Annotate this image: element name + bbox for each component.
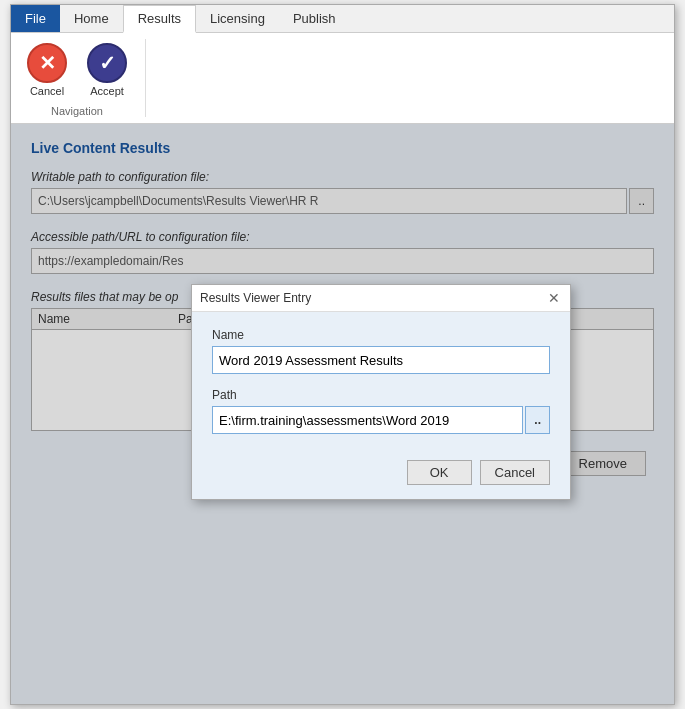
tab-file[interactable]: File bbox=[11, 5, 60, 32]
modal-dialog: Results Viewer Entry ✕ Name Path .. OK C… bbox=[191, 284, 571, 500]
modal-name-label: Name bbox=[212, 328, 550, 342]
cancel-btn-label: Cancel bbox=[30, 85, 64, 97]
tab-home[interactable]: Home bbox=[60, 5, 123, 32]
accept-icon: ✓ bbox=[87, 43, 127, 83]
tab-publish[interactable]: Publish bbox=[279, 5, 350, 32]
tab-results[interactable]: Results bbox=[123, 5, 196, 33]
app-window: File Home Results Licensing Publish ✕ Ca… bbox=[10, 4, 675, 705]
accept-button[interactable]: ✓ Accept bbox=[81, 39, 133, 101]
ribbon-tabs: File Home Results Licensing Publish bbox=[11, 5, 674, 33]
modal-cancel-button[interactable]: Cancel bbox=[480, 460, 550, 485]
main-content: Live Content Results Writable path to co… bbox=[11, 124, 674, 704]
tab-licensing[interactable]: Licensing bbox=[196, 5, 279, 32]
ribbon-group-label: Navigation bbox=[51, 105, 103, 117]
ribbon-group-navigation: ✕ Cancel ✓ Accept Navigation bbox=[21, 39, 146, 117]
modal-path-label: Path bbox=[212, 388, 550, 402]
modal-title: Results Viewer Entry bbox=[200, 291, 311, 305]
modal-path-input[interactable] bbox=[212, 406, 523, 434]
modal-name-input[interactable] bbox=[212, 346, 550, 374]
cancel-button[interactable]: ✕ Cancel bbox=[21, 39, 73, 101]
modal-ok-button[interactable]: OK bbox=[407, 460, 472, 485]
modal-body: Name Path .. bbox=[192, 312, 570, 450]
modal-footer: OK Cancel bbox=[192, 450, 570, 499]
modal-titlebar: Results Viewer Entry ✕ bbox=[192, 285, 570, 312]
ribbon-toolbar: ✕ Cancel ✓ Accept Navigation bbox=[11, 33, 674, 124]
cancel-icon: ✕ bbox=[27, 43, 67, 83]
modal-browse-button[interactable]: .. bbox=[525, 406, 550, 434]
accept-btn-label: Accept bbox=[90, 85, 124, 97]
modal-path-row: .. bbox=[212, 406, 550, 434]
modal-close-button[interactable]: ✕ bbox=[546, 290, 562, 306]
ribbon-group-buttons: ✕ Cancel ✓ Accept bbox=[21, 39, 133, 101]
